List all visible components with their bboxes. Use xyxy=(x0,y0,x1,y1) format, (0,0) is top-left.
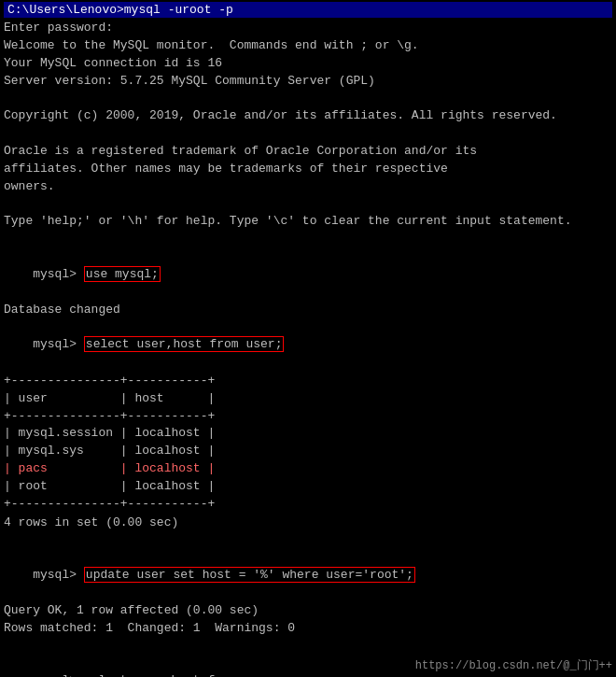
cmd2-box[interactable]: select user,host from user; xyxy=(84,336,285,352)
table1-header: | user | host | xyxy=(4,390,612,408)
line-blank3 xyxy=(4,195,612,213)
cmd3-line: mysql> update user set host = '%' where … xyxy=(4,549,612,602)
cmd4-text: select user,host from user; xyxy=(84,673,281,677)
title-bar: C:\Users\Lenovo>mysql -uroot -p xyxy=(4,2,612,18)
line-blank4 xyxy=(4,231,612,248)
line-help: Type 'help;' or '\h' for help. Type '\c'… xyxy=(4,213,612,231)
table1: +---------------+-----------+ | user | h… xyxy=(4,373,612,514)
table1-border-bot: +---------------+-----------+ xyxy=(4,496,612,514)
table1-row0: | mysql.session | localhost | xyxy=(4,425,612,443)
prompt4: mysql> xyxy=(33,673,84,677)
db-changed: Database changed xyxy=(4,302,612,319)
prompt2: mysql> xyxy=(33,337,84,351)
watermark: https://blog.csdn.net/@_门门++ xyxy=(415,657,612,673)
line-conn-id: Your MySQL connection id is 16 xyxy=(4,55,612,73)
line-blank2 xyxy=(4,125,612,143)
cmd1-box[interactable]: use mysql; xyxy=(84,266,161,282)
query-ok1: Query OK, 1 row affected (0.00 sec) xyxy=(4,602,612,620)
table1-border-mid: +---------------+-----------+ xyxy=(4,408,612,426)
blank5 xyxy=(4,531,612,549)
table1-row1: | mysql.sys | localhost | xyxy=(4,443,612,460)
line-oracle1: Oracle is a registered trademark of Orac… xyxy=(4,143,612,161)
line-oracle2: affiliates. Other names may be trademark… xyxy=(4,161,612,178)
line-welcome: Welcome to the MySQL monitor. Commands e… xyxy=(4,37,612,55)
line-oracle3: owners. xyxy=(4,178,612,196)
cmd2-line: mysql> select user,host from user; xyxy=(4,318,612,372)
table1-row3: | root | localhost | xyxy=(4,478,612,496)
table1-border-top: +---------------+-----------+ xyxy=(4,373,612,390)
rows-matched: Rows matched: 1 Changed: 1 Warnings: 0 xyxy=(4,620,612,638)
line-server-ver: Server version: 5.7.25 MySQL Community S… xyxy=(4,73,612,91)
cmd3-box[interactable]: update user set host = '%' where user='r… xyxy=(84,567,415,583)
line-copyright: Copyright (c) 2000, 2019, Oracle and/or … xyxy=(4,107,612,125)
line-enter-pw: Enter password: xyxy=(4,20,612,37)
terminal: C:\Users\Lenovo>mysql -uroot -p Enter pa… xyxy=(0,0,616,677)
prompt1: mysql> xyxy=(33,267,84,281)
prompt3: mysql> xyxy=(33,568,84,582)
cmd1-line: mysql> use mysql; xyxy=(4,248,612,302)
table1-row2: | pacs | localhost | xyxy=(4,460,612,478)
rows-set1: 4 rows in set (0.00 sec) xyxy=(4,515,612,532)
line-blank1 xyxy=(4,90,612,107)
blank6 xyxy=(4,638,612,656)
